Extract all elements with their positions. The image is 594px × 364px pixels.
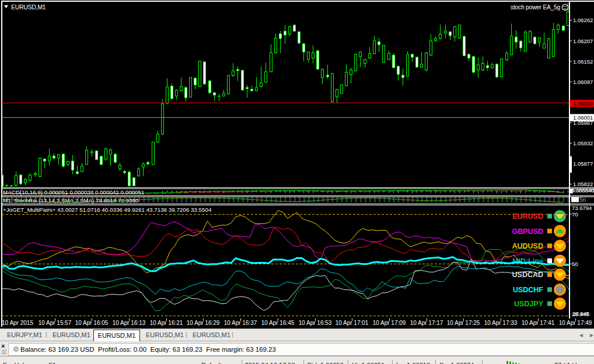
svg-text:GBPUSD: GBPUSD: [512, 228, 543, 236]
svg-text:10 Apr 17:49: 10 Apr 17:49: [559, 320, 592, 326]
svg-text:1.06039: 1.06039: [573, 100, 593, 107]
svg-text:1.06097: 1.06097: [573, 79, 593, 85]
svg-text:10 Apr 16:21: 10 Apr 16:21: [150, 320, 183, 326]
svg-text:10 Apr 17:41: 10 Apr 17:41: [522, 320, 555, 326]
svg-text:10 Apr 17:17: 10 Apr 17:17: [410, 320, 443, 326]
svg-text:10 Apr 17:33: 10 Apr 17:33: [484, 320, 518, 326]
svg-text:10 Apr 16:45: 10 Apr 16:45: [261, 320, 295, 326]
svg-text:1.05877: 1.05877: [573, 160, 593, 167]
svg-text:5n: 5n: [579, 197, 586, 203]
svg-text:M1, StochRsi (13,14,3,SMA,2,SM: M1, StochRsi (13,14,3,SMA,2,SMA) 78.8918…: [3, 197, 139, 204]
svg-text:10 Apr 17:09: 10 Apr 17:09: [373, 320, 406, 326]
svg-text:1.06207: 1.06207: [573, 38, 593, 44]
svg-text:50: 50: [572, 261, 578, 267]
svg-text:10 Apr 16:37: 10 Apr 16:37: [224, 320, 257, 326]
svg-text:10 Apr 16:13: 10 Apr 16:13: [113, 320, 146, 326]
svg-text:stoch power EA_5g: stoch power EA_5g: [511, 4, 560, 10]
svg-text:USDJPY: USDJPY: [514, 300, 544, 308]
svg-text:EURUSD: EURUSD: [512, 212, 543, 220]
svg-text:1.06001: 1.06001: [573, 114, 593, 121]
svg-text:1.05932: 1.05932: [573, 140, 593, 146]
svg-text:1.06152: 1.06152: [573, 58, 593, 65]
svg-text:1.06262: 1.06262: [573, 17, 593, 23]
svg-text:70: 70: [572, 211, 578, 218]
svg-text:10 Apr 17:01: 10 Apr 17:01: [336, 320, 369, 326]
svg-text:USDCAD: USDCAD: [512, 271, 543, 279]
svg-text:10 Apr 2015: 10 Apr 2015: [2, 320, 33, 326]
svg-text:10 Apr 17:25: 10 Apr 17:25: [447, 320, 480, 326]
svg-text:10 Apr 16:05: 10 Apr 16:05: [75, 320, 109, 326]
svg-text:0.000045: 0.000045: [572, 187, 594, 193]
svg-text:10 Apr 15:57: 10 Apr 15:57: [39, 320, 72, 326]
svg-text:10 Apr 16:29: 10 Apr 16:29: [187, 320, 220, 326]
svg-text:USDCHF: USDCHF: [513, 286, 543, 294]
svg-text:AUDUSD: AUDUSD: [512, 242, 543, 250]
svg-text:MACD(10,16,9) 0.000051 0.00003: MACD(10,16,9) 0.000051 0.000038 0.000042…: [3, 189, 144, 195]
svg-text:10 Apr 16:53: 10 Apr 16:53: [299, 320, 332, 326]
svg-text:28.945: 28.945: [573, 310, 590, 317]
svg-text:+JoGET_MultiPairs+ 43.0027 51.: +JoGET_MultiPairs+ 43.0027 51.0716 40.03…: [3, 206, 212, 213]
svg-text:73.6794: 73.6794: [572, 205, 592, 211]
svg-text:EURUSD,M1: EURUSD,M1: [11, 4, 46, 10]
